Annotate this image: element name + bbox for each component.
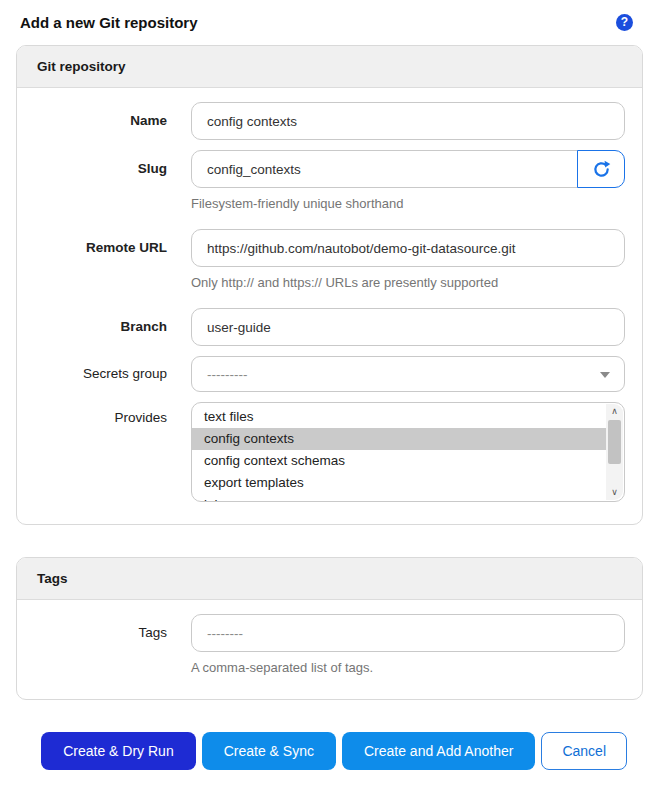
create-dry-run-button[interactable]: Create & Dry Run	[41, 732, 195, 770]
create-add-another-button[interactable]: Create and Add Another	[342, 732, 535, 770]
name-field[interactable]	[191, 102, 625, 140]
provides-option-export-templates[interactable]: export templates	[192, 472, 606, 494]
scroll-down-icon[interactable]: ∨	[606, 485, 623, 500]
provides-option-jobs[interactable]: jobs	[192, 494, 606, 502]
tags-panel-body: Tags A comma-separated list of tags.	[17, 600, 642, 699]
git-repository-panel: Git repository Name Slug	[16, 45, 643, 525]
secrets-group-selected-value: ---------	[207, 367, 247, 382]
refresh-icon	[592, 160, 611, 179]
cancel-button[interactable]: Cancel	[541, 732, 627, 770]
name-label: Name	[17, 102, 167, 129]
provides-label: Provides	[17, 402, 167, 426]
git-repository-panel-header: Git repository	[17, 46, 642, 88]
provides-listbox[interactable]: text files config contexts config contex…	[191, 402, 625, 502]
page-title: Add a new Git repository	[20, 14, 198, 31]
tags-panel-header: Tags	[17, 558, 642, 600]
slug-row: Slug Filesystem-fr	[17, 150, 625, 211]
regenerate-slug-button[interactable]	[577, 150, 625, 188]
provides-row: Provides text files config contexts conf…	[17, 402, 625, 502]
git-repository-panel-body: Name Slug	[17, 88, 642, 524]
remote-url-field[interactable]	[191, 229, 625, 267]
provides-option-config-context-schemas[interactable]: config context schemas	[192, 450, 606, 472]
help-icon[interactable]: ?	[616, 14, 633, 31]
remote-url-help-text: Only http:// and https:// URLs are prese…	[191, 275, 625, 290]
secrets-group-select[interactable]: ---------	[191, 356, 625, 392]
secrets-group-label: Secrets group	[17, 356, 167, 382]
branch-row: Branch	[17, 308, 625, 346]
remote-url-row: Remote URL Only http:// and https:// URL…	[17, 229, 625, 290]
tags-panel: Tags Tags A comma-separated list of tags…	[16, 557, 643, 700]
slug-label: Slug	[17, 150, 167, 177]
form-actions: Create & Dry Run Create & Sync Create an…	[16, 732, 627, 770]
provides-option-config-contexts[interactable]: config contexts	[192, 428, 606, 450]
secrets-group-row: Secrets group ---------	[17, 356, 625, 392]
tags-help-text: A comma-separated list of tags.	[191, 660, 625, 675]
scroll-up-icon[interactable]: ∧	[606, 404, 623, 419]
listbox-scrollbar[interactable]: ∧ ∨	[606, 404, 623, 500]
branch-label: Branch	[17, 308, 167, 335]
slug-help-text: Filesystem-friendly unique shorthand	[191, 196, 625, 211]
tags-field[interactable]	[191, 614, 625, 652]
chevron-down-icon	[600, 372, 610, 378]
add-git-repository-page: Add a new Git repository ? Git repositor…	[0, 0, 659, 770]
scrollbar-thumb[interactable]	[608, 420, 621, 464]
slug-field[interactable]	[191, 150, 578, 188]
remote-url-label: Remote URL	[17, 229, 167, 256]
page-header: Add a new Git repository ?	[16, 12, 643, 45]
branch-field[interactable]	[191, 308, 625, 346]
name-row: Name	[17, 102, 625, 140]
create-sync-button[interactable]: Create & Sync	[202, 732, 336, 770]
provides-option-text-files[interactable]: text files	[192, 406, 606, 428]
tags-label: Tags	[17, 614, 167, 641]
tags-row: Tags A comma-separated list of tags.	[17, 614, 625, 675]
